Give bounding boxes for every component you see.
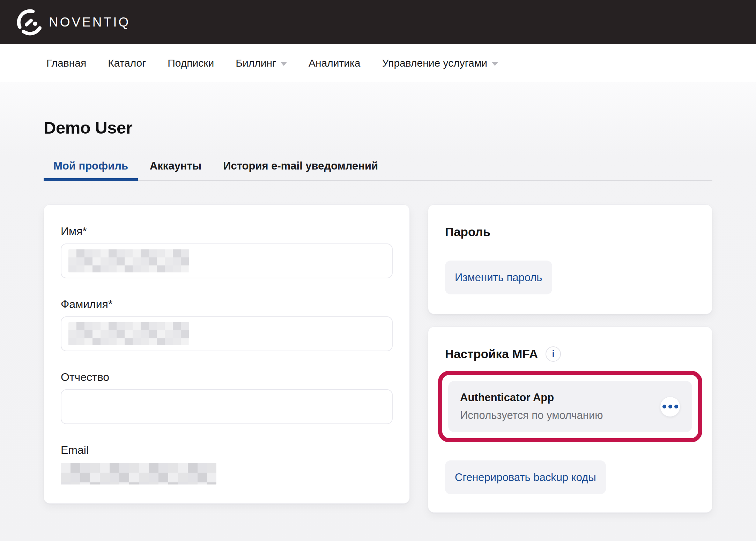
- last-name-input[interactable]: [61, 316, 393, 351]
- first-name-input[interactable]: [61, 243, 393, 278]
- nav-item-analytics[interactable]: Аналитика: [309, 57, 361, 69]
- right-column: Пароль Изменить пароль Настройка MFA i A…: [428, 204, 712, 513]
- mfa-title-row: Настройка MFA i: [445, 346, 695, 362]
- first-name-field-group: Имя*: [61, 225, 393, 278]
- chevron-down-icon: [492, 62, 498, 66]
- nav-item-catalog[interactable]: Каталог: [108, 57, 146, 69]
- page-content: Demo User Мой профиль Аккаунты История e…: [0, 82, 756, 541]
- nav-item-service-management[interactable]: Управление услугами: [382, 57, 498, 69]
- tab-my-profile[interactable]: Мой профиль: [44, 160, 138, 180]
- middle-name-label: Отчество: [61, 371, 393, 384]
- content-columns: Имя* Фамилия* Отчество Email: [44, 204, 712, 513]
- mfa-method-name: Authenticator App: [460, 391, 603, 404]
- middle-name-field-group: Отчество: [61, 371, 393, 424]
- nav-item-home[interactable]: Главная: [46, 57, 86, 69]
- info-icon[interactable]: i: [546, 346, 561, 362]
- mfa-card-title: Настройка MFA: [445, 347, 538, 361]
- nav-item-label: Подписки: [168, 57, 214, 69]
- last-name-label: Фамилия*: [61, 298, 393, 311]
- nav-item-label: Каталог: [108, 57, 146, 69]
- nav-item-label: Управление услугами: [382, 57, 487, 69]
- ellipsis-dot-icon: [668, 405, 672, 408]
- email-field-group: Email: [61, 444, 393, 484]
- generate-backup-codes-button[interactable]: Сгенерировать backup коды: [445, 460, 606, 494]
- brand-wordmark: NOVENTIQ: [49, 15, 130, 30]
- email-label: Email: [61, 444, 393, 457]
- mfa-method-menu-button[interactable]: [660, 397, 680, 417]
- mfa-method-highlight-annotation: Authenticator App Используется по умолча…: [438, 371, 702, 442]
- last-name-field-group: Фамилия*: [61, 298, 393, 351]
- email-value-redacted: [61, 463, 216, 484]
- ellipsis-dot-icon: [674, 405, 678, 408]
- password-card-title: Пароль: [445, 225, 695, 239]
- noventiq-mark-icon: [16, 8, 44, 37]
- middle-name-input[interactable]: [61, 389, 393, 424]
- brand-logo[interactable]: NOVENTIQ: [16, 8, 130, 37]
- mfa-settings-card: Настройка MFA i Authenticator App Исполь…: [428, 326, 712, 513]
- main-navigation: Главная Каталог Подписки Биллинг Аналити…: [0, 44, 756, 82]
- last-name-value-redacted: [68, 322, 189, 345]
- nav-item-subscriptions[interactable]: Подписки: [168, 57, 214, 69]
- nav-item-label: Биллинг: [236, 57, 276, 69]
- profile-form-card: Имя* Фамилия* Отчество Email: [44, 204, 410, 504]
- mfa-method-item: Authenticator App Используется по умолча…: [448, 381, 692, 432]
- tab-accounts[interactable]: Аккаунты: [140, 160, 211, 180]
- ellipsis-dot-icon: [662, 405, 666, 408]
- first-name-label: Имя*: [61, 225, 393, 238]
- tab-email-notification-history[interactable]: История e-mail уведомлений: [213, 160, 388, 180]
- password-card: Пароль Изменить пароль: [428, 204, 712, 314]
- nav-item-label: Главная: [46, 57, 86, 69]
- nav-item-billing[interactable]: Биллинг: [236, 57, 287, 69]
- page-title: Demo User: [44, 82, 712, 137]
- mfa-method-status: Используется по умолчанию: [460, 409, 603, 422]
- first-name-value-redacted: [68, 249, 189, 272]
- mfa-method-text: Authenticator App Используется по умолча…: [460, 391, 603, 422]
- chevron-down-icon: [281, 62, 287, 66]
- top-header: NOVENTIQ: [0, 0, 756, 44]
- profile-tabs: Мой профиль Аккаунты История e-mail увед…: [44, 160, 712, 181]
- nav-item-label: Аналитика: [309, 57, 361, 69]
- change-password-button[interactable]: Изменить пароль: [445, 261, 552, 294]
